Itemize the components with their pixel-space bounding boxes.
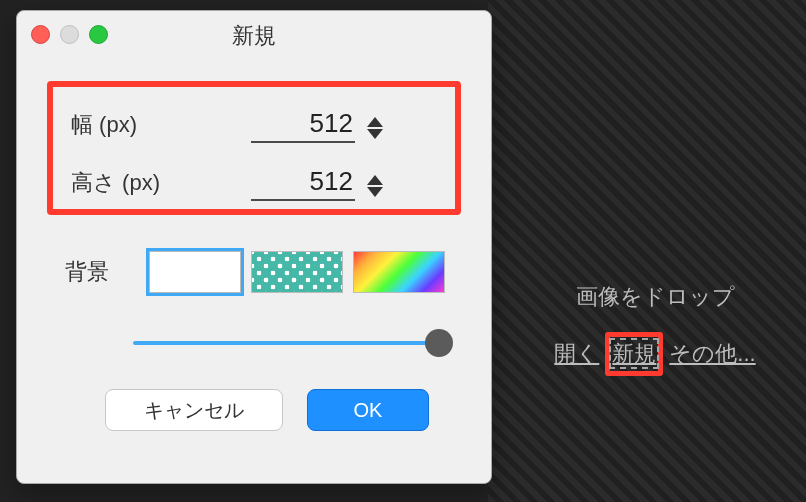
slider-thumb[interactable] <box>425 329 453 357</box>
swatch-polka[interactable] <box>251 251 343 293</box>
chevron-up-icon[interactable] <box>367 117 383 127</box>
background-alpha-slider[interactable] <box>133 323 451 363</box>
width-label: 幅 (px) <box>71 110 251 140</box>
ok-button[interactable]: OK <box>307 389 429 431</box>
open-link[interactable]: 開く <box>554 339 599 369</box>
dropzone-title: 画像をドロップ <box>520 282 790 312</box>
background-label: 背景 <box>65 257 149 287</box>
titlebar: 新規 <box>17 11 491 55</box>
app-stage: 新規 幅 (px) 高さ (px) <box>0 0 806 502</box>
chevron-down-icon[interactable] <box>367 187 383 197</box>
swatch-white[interactable] <box>149 251 241 293</box>
chevron-down-icon[interactable] <box>367 129 383 139</box>
new-link-highlight: 新規 <box>605 332 663 376</box>
chevron-up-icon[interactable] <box>367 175 383 185</box>
dimensions-group-highlight: 幅 (px) 高さ (px) <box>47 81 461 215</box>
width-stepper[interactable] <box>363 117 387 139</box>
other-link[interactable]: その他... <box>669 339 755 369</box>
swatch-rainbow[interactable] <box>353 251 445 293</box>
dropzone: 画像をドロップ 開く 新規 その他... <box>520 282 790 376</box>
height-label: 高さ (px) <box>71 168 251 198</box>
width-input[interactable] <box>251 108 355 143</box>
background-swatches <box>149 251 445 293</box>
width-row: 幅 (px) <box>71 99 437 151</box>
slider-track <box>133 341 451 345</box>
height-input[interactable] <box>251 166 355 201</box>
height-row: 高さ (px) <box>71 157 437 209</box>
dropzone-links: 開く 新規 その他... <box>520 332 790 376</box>
new-document-dialog: 新規 幅 (px) 高さ (px) <box>16 10 492 484</box>
cancel-button[interactable]: キャンセル <box>105 389 283 431</box>
canvas-drop-background <box>488 0 806 502</box>
background-row: 背景 <box>65 251 445 293</box>
new-link[interactable]: 新規 <box>612 341 656 366</box>
dialog-buttons: キャンセル OK <box>105 389 429 431</box>
dialog-title: 新規 <box>17 21 491 51</box>
height-stepper[interactable] <box>363 175 387 197</box>
